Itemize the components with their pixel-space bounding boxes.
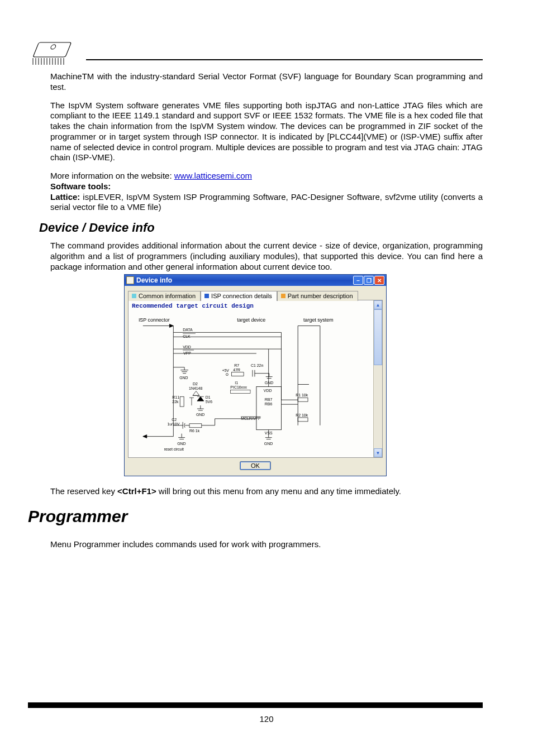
window-title: Device info (136, 276, 353, 284)
tab-label: ISP connection details (211, 293, 272, 299)
paragraph: The reserved key <Ctrl+F1> will bring ou… (50, 486, 483, 497)
scroll-up-button[interactable]: ▲ (374, 300, 382, 309)
scroll-down-button[interactable]: ▼ (374, 448, 382, 457)
svg-text:R7: R7 (234, 363, 239, 367)
svg-rect-75 (256, 387, 282, 430)
text: The reserved key (50, 486, 117, 496)
svg-text:D1: D1 (206, 395, 211, 399)
svg-text:ISP connector: ISP connector (139, 317, 170, 323)
paragraph: The IspVM System software generates VME … (50, 101, 483, 164)
device-info-window: Device info – ❐ ✕ Common information ISP… (124, 274, 387, 476)
svg-rect-65 (189, 424, 202, 428)
svg-text:+5V: +5V (222, 369, 229, 372)
paragraph: Menu Programmer includes commands used f… (50, 539, 483, 550)
svg-text:1N4148: 1N4148 (189, 387, 202, 391)
ok-button[interactable]: OK (240, 461, 271, 470)
lattice-link[interactable]: www.latticesemi.com (174, 171, 252, 180)
svg-text:GND: GND (264, 442, 273, 446)
svg-text:VDD: VDD (183, 345, 191, 349)
svg-text:5V6: 5V6 (206, 400, 212, 404)
heading-programmer: Programmer (28, 507, 483, 526)
svg-text:PIC16xxx: PIC16xxx (230, 386, 247, 390)
footer-rule (28, 702, 483, 708)
tab-label: Common information (139, 293, 196, 299)
tab-label: Part number description (288, 293, 353, 299)
lattice-label: Lattice: (50, 192, 80, 202)
page: MachineTM with the industry-standard Ser… (0, 0, 533, 580)
svg-rect-97 (298, 418, 308, 422)
shortcut-key: <Ctrl+F1> (117, 486, 156, 496)
tab-dot-icon (132, 294, 136, 298)
tab-panel: Recommended target circuit design ISP co… (128, 300, 383, 458)
svg-rect-48 (230, 390, 250, 394)
tab-dot-icon (281, 294, 285, 298)
svg-text:MCLR/VPP: MCLR/VPP (241, 417, 261, 420)
svg-text:VDD: VDD (264, 389, 272, 393)
panel-heading: Recommended target circuit design (132, 303, 370, 309)
page-number: 120 (0, 714, 533, 724)
svg-text:RB7: RB7 (265, 398, 273, 401)
svg-text:R6  1k: R6 1k (189, 429, 200, 433)
text: More information on the website: (50, 171, 174, 180)
close-button[interactable]: ✕ (374, 276, 384, 285)
svg-text:R2  10k: R2 10k (296, 413, 308, 417)
tab-dot-icon (204, 294, 209, 298)
more-info-line: More information on the website: www.lat… (50, 171, 483, 181)
svg-text:GND: GND (265, 381, 273, 385)
header-rule (86, 59, 483, 60)
dialog-footer: OK (128, 458, 383, 472)
minimize-button[interactable]: – (353, 276, 363, 285)
svg-text:RB6: RB6 (265, 402, 273, 406)
tab-part-number-description[interactable]: Part number description (277, 291, 358, 301)
text: ispLEVER, IspVM System ISP Programming S… (50, 192, 483, 212)
paragraph: MachineTM with the industry-standard Ser… (50, 71, 483, 93)
tabs: Common information ISP connection detail… (128, 289, 383, 300)
svg-text:CLK: CLK (183, 335, 191, 339)
svg-text:VPP: VPP (183, 351, 191, 355)
svg-text:47R: 47R (233, 368, 240, 372)
svg-rect-0 (33, 42, 72, 57)
window-body: Common information ISP connection detail… (125, 286, 386, 476)
svg-text:DATA: DATA (183, 328, 193, 332)
svg-text:R11: R11 (172, 395, 179, 399)
svg-text:target device: target device (237, 317, 265, 323)
panel-content: Recommended target circuit design ISP co… (129, 300, 373, 457)
vertical-scrollbar[interactable]: ▲ ▼ (373, 300, 382, 457)
app-icon (126, 276, 134, 284)
software-tools-label: Software tools: (50, 181, 483, 192)
body-column: MachineTM with the industry-standard Ser… (50, 71, 483, 213)
dialog-screenshot: Device info – ❐ ✕ Common information ISP… (28, 274, 483, 476)
svg-text:D2: D2 (193, 382, 198, 386)
page-header (28, 39, 483, 67)
heading-device-info: Device / Device info (39, 221, 483, 235)
svg-text:GND: GND (179, 376, 188, 380)
svg-text:GND: GND (177, 442, 185, 446)
svg-text:22k: 22k (172, 400, 179, 404)
svg-text:GND: GND (196, 413, 204, 417)
svg-rect-95 (298, 398, 308, 402)
text: will bring out this menu from any menu a… (156, 486, 401, 496)
titlebar[interactable]: Device info – ❐ ✕ (125, 275, 386, 286)
svg-text:R1  10k: R1 10k (296, 394, 308, 398)
tab-common-information[interactable]: Common information (128, 291, 201, 301)
svg-text:target system: target system (303, 317, 333, 323)
paragraph: The command provides additional informat… (50, 241, 483, 272)
scroll-thumb[interactable] (374, 309, 382, 365)
svg-text:reset circuit: reset circuit (164, 448, 183, 452)
maximize-button[interactable]: ❐ (364, 276, 374, 285)
svg-text:I1: I1 (235, 381, 238, 385)
svg-text:C2: C2 (172, 418, 177, 422)
svg-rect-37 (231, 372, 244, 376)
svg-rect-54 (180, 397, 184, 407)
scroll-track[interactable] (374, 309, 382, 448)
lattice-line: Lattice: ispLEVER, IspVM System ISP Prog… (50, 192, 483, 213)
svg-text:C1  22n: C1 22n (251, 363, 263, 367)
chip-icon (28, 39, 75, 67)
tab-isp-connection-details[interactable]: ISP connection details (201, 291, 277, 301)
circuit-schematic: ISP connector target device target syste… (132, 313, 370, 455)
svg-point-34 (226, 374, 228, 376)
